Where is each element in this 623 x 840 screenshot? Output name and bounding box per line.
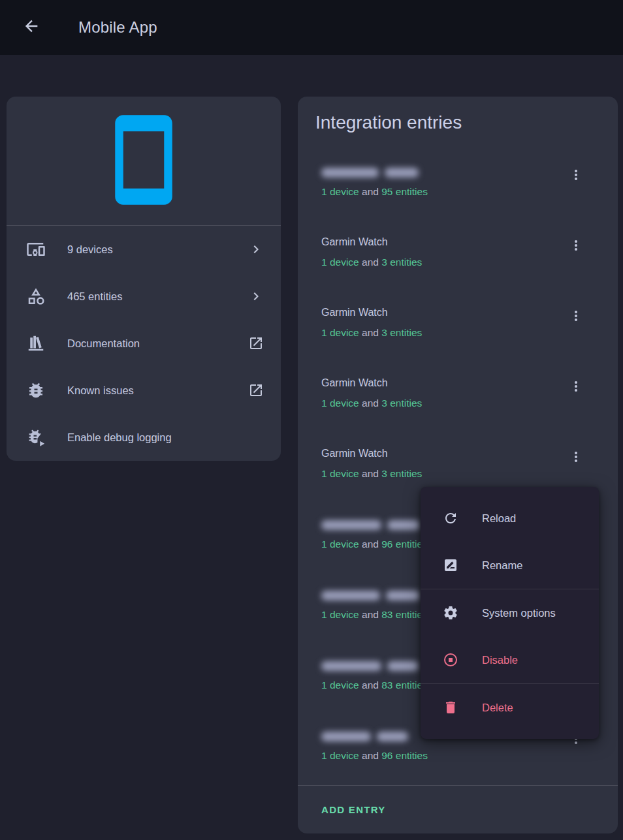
menu-item-system-options[interactable]: System options: [421, 589, 599, 636]
entry-device-link[interactable]: 1 device: [321, 679, 359, 691]
entry-device-link[interactable]: 1 device: [321, 327, 359, 338]
info-link-label: Known issues: [67, 384, 248, 397]
entry-subtitle: 1 device and 3 entities: [321, 256, 568, 269]
redacted-name-blob: [385, 168, 419, 178]
add-entry-button[interactable]: ADD ENTRY: [321, 804, 386, 815]
entry-text: 1 device and 95 entities: [321, 165, 568, 198]
redacted-name-blob: [377, 732, 408, 741]
open-in-new-icon: [248, 382, 264, 398]
redacted-name-blob: [321, 732, 371, 741]
chevron-right-icon: [248, 241, 264, 257]
dots-vertical-icon: [568, 385, 584, 396]
entry-entities-link[interactable]: 96 entities: [381, 750, 428, 761]
entry-subtitle-separator: and: [359, 538, 381, 550]
entry-device-link[interactable]: 1 device: [321, 397, 359, 409]
entry-device-link[interactable]: 1 device: [321, 468, 359, 479]
bug-icon: [26, 381, 46, 400]
entry-subtitle-separator: and: [359, 397, 381, 409]
entry-entities-link[interactable]: 3 entities: [381, 468, 422, 479]
entry-menu-button[interactable]: [568, 449, 584, 465]
shapes-icon: [26, 287, 46, 306]
stop-circle-icon: [443, 652, 458, 668]
entry-subtitle: 1 device and 3 entities: [321, 397, 568, 410]
entry-menu-button[interactable]: [568, 308, 584, 324]
entry-name-text: Garmin Watch: [321, 236, 388, 247]
entry-text: Garmin Watch 1 device and 3 entities: [321, 306, 568, 339]
entry-name: Garmin Watch: [321, 236, 568, 249]
menu-item-rename[interactable]: Rename: [421, 542, 599, 589]
info-link-known-issues[interactable]: Known issues: [7, 367, 281, 414]
entry-menu-button[interactable]: [568, 238, 584, 253]
entry-subtitle: 1 device and 95 entities: [321, 185, 568, 198]
entry-device-link[interactable]: 1 device: [321, 538, 359, 550]
entry-subtitle-separator: and: [359, 257, 381, 268]
menu-item-reload[interactable]: Reload: [421, 495, 599, 542]
entry-subtitle: 1 device and 3 entities: [321, 467, 568, 480]
arrow-left-icon: [22, 17, 40, 38]
back-button[interactable]: [21, 17, 42, 38]
entry-subtitle-separator: and: [359, 679, 381, 691]
entry-text: Garmin Watch 1 device and 3 entities: [321, 236, 568, 269]
entry-device-link[interactable]: 1 device: [321, 257, 359, 268]
entry-subtitle-separator: and: [359, 609, 381, 620]
redacted-name-blob: [387, 520, 420, 530]
entry-subtitle-separator: and: [359, 186, 381, 197]
entry-device-link[interactable]: 1 device: [321, 186, 359, 197]
reload-icon: [443, 510, 458, 526]
entry-name: Garmin Watch: [321, 447, 568, 460]
entry-name: [321, 165, 568, 178]
menu-item-delete[interactable]: Delete: [421, 684, 599, 731]
menu-item-label: Delete: [482, 702, 513, 714]
info-links: 9 devices 465 entities Documentation Kno…: [7, 226, 281, 461]
dots-vertical-icon: [568, 244, 584, 255]
entry-subtitle-separator: and: [359, 750, 381, 761]
chevron-right-icon: [248, 288, 264, 304]
entry-menu-button[interactable]: [568, 379, 584, 394]
entry-name-text: Garmin Watch: [321, 448, 388, 459]
info-link-label: Enable debug logging: [67, 431, 264, 444]
entry-subtitle: 1 device and 3 entities: [321, 326, 568, 339]
integration-entry-row: Garmin Watch 1 device and 3 entities: [298, 292, 618, 362]
entry-device-link[interactable]: 1 device: [321, 609, 359, 620]
info-link-465-entities[interactable]: 465 entities: [7, 273, 281, 320]
entry-entities-link[interactable]: 95 entities: [381, 186, 428, 197]
delete-icon: [443, 700, 458, 715]
open-in-new-icon: [248, 335, 264, 351]
info-link-label: 9 devices: [67, 243, 248, 256]
entry-entities-link[interactable]: 3 entities: [381, 397, 422, 409]
info-link-documentation[interactable]: Documentation: [7, 320, 281, 367]
info-link-label: 465 entities: [67, 290, 248, 303]
bug-play-icon: [26, 428, 46, 447]
page-title: Mobile App: [78, 18, 157, 37]
menu-item-disable[interactable]: Disable: [421, 636, 599, 683]
entry-entities-link[interactable]: 3 entities: [381, 327, 422, 338]
rename-box-icon: [443, 557, 458, 573]
integration-info-card: 9 devices 465 entities Documentation Kno…: [7, 97, 281, 461]
app-bar: Mobile App: [0, 0, 623, 55]
menu-item-label: System options: [482, 607, 556, 619]
entry-subtitle-separator: and: [359, 468, 381, 479]
entry-text: Garmin Watch 1 device and 3 entities: [321, 377, 568, 410]
entry-entities-link[interactable]: 3 entities: [381, 257, 422, 268]
redacted-name-blob: [321, 520, 381, 530]
entry-context-menu: Reload Rename System options Disable Del…: [421, 487, 599, 739]
bookshelf-icon: [26, 334, 46, 353]
dots-vertical-icon: [568, 738, 584, 749]
redacted-name-blob: [386, 591, 420, 600]
entries-card-footer: ADD ENTRY: [298, 785, 618, 833]
entry-name-text: Garmin Watch: [321, 377, 388, 388]
entry-name: Garmin Watch: [321, 377, 568, 390]
info-link-label: Documentation: [67, 337, 248, 350]
integration-entry-row: 1 device and 95 entities: [298, 151, 618, 221]
info-link-enable-debug-logging[interactable]: Enable debug logging: [7, 414, 281, 461]
menu-item-label: Rename: [482, 559, 522, 572]
info-link-9-devices[interactable]: 9 devices: [7, 226, 281, 273]
redacted-name-blob: [387, 661, 419, 671]
entry-text: Garmin Watch 1 device and 3 entities: [321, 447, 568, 480]
entry-device-link[interactable]: 1 device: [321, 750, 359, 761]
cellphone-icon: [95, 111, 193, 211]
integration-entry-row: Garmin Watch 1 device and 3 entities: [298, 362, 618, 433]
dots-vertical-icon: [568, 315, 584, 326]
redacted-name-blob: [321, 661, 381, 671]
entry-menu-button[interactable]: [568, 167, 584, 183]
